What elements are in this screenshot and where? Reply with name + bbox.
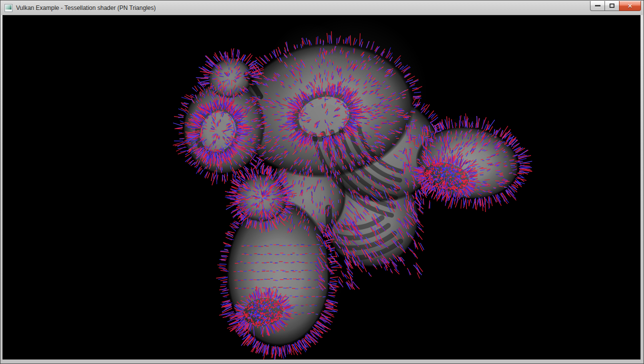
viewport <box>2 15 640 360</box>
close-button[interactable]: ✕ <box>619 1 641 11</box>
maximize-button[interactable] <box>604 1 620 11</box>
minimize-button[interactable] <box>590 1 605 11</box>
vulkan-example-window: Vulkan Example - Tessellation shader (PN… <box>0 0 644 364</box>
app-icon[interactable] <box>4 4 12 12</box>
minimize-icon <box>595 5 600 6</box>
titlebar[interactable]: Vulkan Example - Tessellation shader (PN… <box>1 1 643 15</box>
close-icon: ✕ <box>628 3 632 9</box>
render-canvas[interactable] <box>2 16 640 360</box>
maximize-icon <box>610 4 614 8</box>
window-controls: ✕ <box>590 1 641 11</box>
window-title: Vulkan Example - Tessellation shader (PN… <box>16 4 156 12</box>
